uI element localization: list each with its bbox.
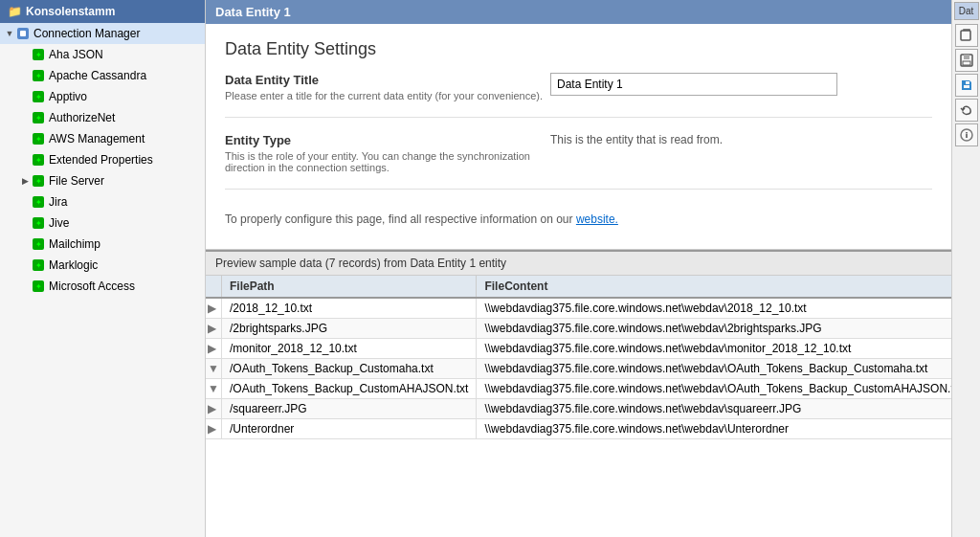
entity-type-hint: This is the role of your entity. You can… xyxy=(225,150,550,173)
sidebar-item-apache-cassandra[interactable]: Apache Cassandra xyxy=(0,65,205,86)
title-field-desc: Data Entity Title Please enter a title f… xyxy=(225,73,550,101)
entity-type-label: Entity Type xyxy=(225,133,550,147)
row-expand-cell[interactable]: ▶ xyxy=(206,419,222,439)
website-note: To properly configure this page, find al… xyxy=(225,205,932,234)
item-icon xyxy=(31,279,46,294)
sidebar-item-label: AuthorizeNet xyxy=(49,111,115,124)
row-expand-cell[interactable]: ▼ xyxy=(206,359,222,379)
item-icon xyxy=(31,152,46,168)
cell-filecontent: \\webdavdiag375.file.core.windows.net\we… xyxy=(477,298,951,319)
expand-icon xyxy=(19,154,31,166)
action-btn-2[interactable] xyxy=(955,49,978,72)
sidebar-item-label: Jira xyxy=(49,195,67,209)
sidebar-item-authorizenet[interactable]: AuthorizeNet xyxy=(0,107,205,128)
row-expand-cell[interactable]: ▶ xyxy=(206,319,222,339)
chevron-right-icon: ▶ xyxy=(19,175,31,187)
sidebar-item-label: AWS Management xyxy=(49,132,145,145)
settings-heading: Data Entity Settings xyxy=(225,39,932,59)
sidebar-item-aha-json[interactable]: Aha JSON xyxy=(0,44,205,65)
sidebar-item-mailchimp[interactable]: Mailchimp xyxy=(0,234,205,255)
item-icon xyxy=(31,110,46,125)
action-panel: Dat xyxy=(951,0,980,537)
item-icon xyxy=(31,236,46,252)
sidebar-item-label: Microsoft Access xyxy=(49,280,135,293)
table-row: ▶/Unterordner\\webdavdiag375.file.core.w… xyxy=(206,419,951,439)
action-btn-4[interactable] xyxy=(955,99,978,122)
sidebar-item-label: Aha JSON xyxy=(49,48,103,61)
expand-icon xyxy=(19,196,31,208)
title-bar: Data Entity 1 xyxy=(206,0,951,24)
expand-icon: ▼ xyxy=(4,28,15,39)
title-field-hint: Please enter a title for the current dat… xyxy=(225,90,550,101)
row-expand-cell[interactable]: ▶ xyxy=(206,298,222,319)
sidebar-item-aws-management[interactable]: AWS Management xyxy=(0,128,205,149)
cell-filepath: /Unterordner xyxy=(222,419,477,439)
svg-rect-1 xyxy=(20,31,26,36)
cell-filecontent: \\webdavdiag375.file.core.windows.net\we… xyxy=(477,399,951,419)
data-table-element: FilePath FileContent ConflictRole Modifi… xyxy=(206,276,951,439)
expand-icon xyxy=(19,70,31,81)
sidebar-item-jive[interactable]: Jive xyxy=(0,213,205,234)
action-btn-5[interactable] xyxy=(955,123,978,146)
sidebar-item-microsoft-access[interactable]: Microsoft Access xyxy=(0,276,205,297)
sidebar-item-label: Apptivo xyxy=(49,90,87,103)
title-field-label: Data Entity Title xyxy=(225,73,550,87)
col-filecontent: FileContent xyxy=(477,276,951,298)
website-link[interactable]: website. xyxy=(576,213,618,226)
title-input[interactable] xyxy=(550,73,837,96)
cell-filepath: /2brightsparks.JPG xyxy=(222,319,477,339)
data-table[interactable]: FilePath FileContent ConflictRole Modifi… xyxy=(206,276,951,537)
sidebar-item-marklogic[interactable]: Marklogic xyxy=(0,255,205,276)
svg-rect-7 xyxy=(966,134,968,138)
sidebar-item-label: Apache Cassandra xyxy=(49,69,146,82)
main-content: Data Entity 1 Data Entity Settings Data … xyxy=(206,0,951,537)
action-btn-3[interactable] xyxy=(955,74,978,97)
item-icon xyxy=(31,68,46,83)
expand-icon xyxy=(19,280,31,292)
row-expand-cell[interactable]: ▼ xyxy=(206,379,222,399)
website-note-text: To properly configure this page, find al… xyxy=(225,213,576,226)
cell-filepath: /OAuth_Tokens_Backup_Customaha.txt xyxy=(222,359,477,379)
entity-type-value: This is the entity that is read from. xyxy=(550,133,932,146)
sidebar-item-label: File Server xyxy=(49,174,104,188)
expand-icon xyxy=(19,49,31,60)
sidebar: 📁 Konsolenstamm ▼ Connection Manager Aha… xyxy=(0,0,206,537)
preview-header: Preview sample data (7 records) from Dat… xyxy=(206,252,951,276)
cell-filecontent: \\webdavdiag375.file.core.windows.net\we… xyxy=(477,339,951,359)
sidebar-item-extended-properties[interactable]: Extended Properties xyxy=(0,149,205,170)
row-expand-cell[interactable]: ▶ xyxy=(206,339,222,359)
row-expand-cell[interactable]: ▶ xyxy=(206,399,222,419)
title-field-section: Data Entity Title Please enter a title f… xyxy=(225,73,932,118)
item-icon xyxy=(31,257,46,273)
entity-type-section: Entity Type This is the role of your ent… xyxy=(225,133,932,190)
item-icon xyxy=(31,47,46,62)
title-field-value xyxy=(550,73,932,96)
svg-rect-2 xyxy=(961,31,970,40)
sidebar-item-label: Extended Properties xyxy=(49,153,153,167)
cell-filepath: /squareerr.JPG xyxy=(222,399,477,419)
cell-filepath: /OAuth_Tokens_Backup_CustomAHAJSON.txt xyxy=(222,379,477,399)
sidebar-item-apptivo[interactable]: Apptivo xyxy=(0,86,205,107)
action-tab[interactable]: Dat xyxy=(954,2,979,20)
table-row: ▶/squareerr.JPG\\webdavdiag375.file.core… xyxy=(206,399,951,419)
svg-rect-4 xyxy=(964,55,969,59)
action-btn-1[interactable] xyxy=(955,24,978,47)
sidebar-item-connection-manager[interactable]: ▼ Connection Manager xyxy=(0,23,205,44)
title-bar-text: Data Entity 1 xyxy=(215,5,291,19)
expand-icon xyxy=(19,259,31,271)
expand-icon xyxy=(19,217,31,229)
sidebar-item-label: Mailchimp xyxy=(49,237,100,251)
cell-filepath: /2018_12_10.txt xyxy=(222,298,477,319)
preview-panel: Preview sample data (7 records) from Dat… xyxy=(206,250,951,537)
sidebar-item-jira[interactable]: Jira xyxy=(0,191,205,213)
item-icon xyxy=(31,194,46,210)
sidebar-header: 📁 Konsolenstamm xyxy=(0,0,205,23)
sidebar-root-label: Konsolenstamm xyxy=(26,5,115,18)
sidebar-item-label: Connection Manager xyxy=(33,27,140,40)
cell-filecontent: \\webdavdiag375.file.core.windows.net\we… xyxy=(477,319,951,339)
entity-type-read-only: This is the entity that is read from. xyxy=(550,133,723,146)
expand-icon xyxy=(19,133,31,145)
folder-icon: 📁 xyxy=(8,5,22,18)
item-icon xyxy=(31,89,46,104)
sidebar-item-file-server[interactable]: ▶ File Server xyxy=(0,170,205,191)
